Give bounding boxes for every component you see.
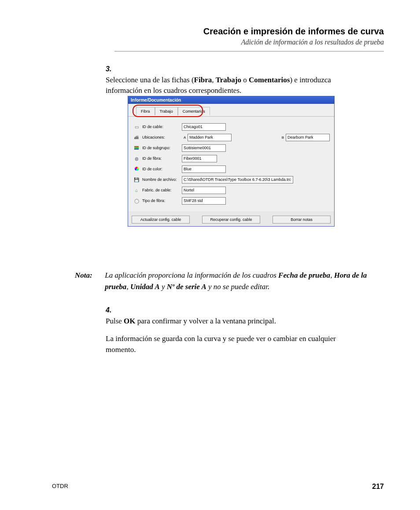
- cable-icon: ▭: [133, 125, 140, 129]
- tab-fibra[interactable]: Fibra: [136, 107, 155, 115]
- header-rule: [114, 51, 384, 51]
- manufacturer-icon: ⌂: [133, 188, 140, 193]
- chapter-title: Creación e impresión de informes de curv…: [203, 26, 384, 37]
- text: ,: [126, 283, 130, 291]
- step-number: 4.: [106, 305, 122, 315]
- text: La aplicación proporciona la información…: [105, 271, 278, 279]
- text: ,: [212, 76, 216, 84]
- input-fiber-id[interactable]: Fiber0001: [182, 155, 217, 162]
- label-loc-a: A: [182, 136, 188, 139]
- ok-label: OK: [124, 317, 135, 325]
- label-loc-b: B: [280, 136, 286, 139]
- text: para confirmar y volver a la ventana pri…: [136, 317, 276, 325]
- tab-name-comentarios: Comentarios: [249, 76, 290, 84]
- text: y no se puede editar.: [206, 283, 270, 291]
- input-filename[interactable]: C:\Shared\OTDR Traces\Type Toolbox 6.7-6…: [182, 176, 293, 183]
- tab-name-fibra: Fibra: [194, 76, 212, 84]
- label-fiber-type: Tipo de fibra:: [140, 198, 182, 203]
- text: y: [160, 283, 167, 291]
- text: o: [241, 76, 249, 84]
- input-color-id[interactable]: Blue: [182, 165, 226, 173]
- tab-comentarios[interactable]: Comentarios: [178, 107, 210, 115]
- input-fiber-type[interactable]: SMF28 std: [182, 197, 226, 205]
- input-cable-manufacturer[interactable]: Nortel: [182, 187, 226, 194]
- button-recover-cable-config[interactable]: Recuperar config. cable: [202, 216, 260, 224]
- window-titlebar: Informe/Documentación: [128, 96, 334, 104]
- tab-strip: FibraTrabajoComentarios: [128, 104, 334, 116]
- fiber-icon: ◍: [133, 156, 140, 161]
- screenshot-window: Informe/Documentación FibraTrabajoComent…: [128, 96, 335, 227]
- step-4: 4. Pulse OK para confirmar y volver a la…: [106, 305, 384, 356]
- footer-product: OTDR: [52, 483, 68, 491]
- locations-icon: 🏙: [133, 135, 140, 140]
- input-location-a[interactable]: Madden Park: [188, 134, 232, 141]
- field-test-date: Fecha de prueba: [278, 271, 330, 279]
- section-subtitle: Adición de información a los resultados …: [203, 38, 384, 46]
- input-subgroup-id[interactable]: Sottisieme0001: [182, 144, 226, 152]
- label-fiber-id: ID de fibra:: [140, 156, 182, 161]
- note-block: Nota: La aplicación proporciona la infor…: [75, 270, 384, 292]
- step-number: 3.: [106, 64, 122, 74]
- field-serial-a: Nº de serie A: [167, 283, 206, 291]
- field-unit-a: Unidad A: [130, 283, 160, 291]
- input-cable-id[interactable]: Chicago01: [182, 123, 226, 131]
- tab-trabajo[interactable]: Trabajo: [155, 107, 178, 115]
- label-cable-id: ID de cable:: [140, 125, 182, 129]
- page-number: 217: [372, 483, 384, 491]
- save-icon: 💾: [133, 177, 140, 182]
- text: Seleccione una de las fichas (: [106, 76, 194, 84]
- tab-name-trabajo: Trabajo: [216, 76, 241, 84]
- button-update-cable-config[interactable]: Actualizar config. cable: [132, 216, 190, 224]
- label-subgroup-id: ID de subgrupo:: [140, 146, 182, 150]
- text: Pulse: [106, 317, 124, 325]
- note-label: Nota:: [75, 270, 103, 281]
- label-filename: Nombre de archivo:: [140, 177, 182, 182]
- subgroup-icon: [133, 146, 140, 150]
- text: La información se guarda con la curva y …: [106, 334, 366, 355]
- label-cable-manufacturer: Fabric. de cable:: [140, 188, 182, 192]
- button-clear-notes[interactable]: Borrar notas: [273, 216, 331, 224]
- label-locations: Ubicaciones:: [140, 135, 182, 139]
- text: ,: [330, 271, 334, 279]
- step-3: 3. Seleccione una de las fichas (Fibra, …: [106, 64, 384, 96]
- color-icon: [133, 167, 140, 172]
- fiber-type-icon: ◯: [133, 198, 140, 203]
- input-location-b[interactable]: Dearborn Park: [286, 134, 330, 141]
- label-color-id: ID de color:: [140, 167, 182, 171]
